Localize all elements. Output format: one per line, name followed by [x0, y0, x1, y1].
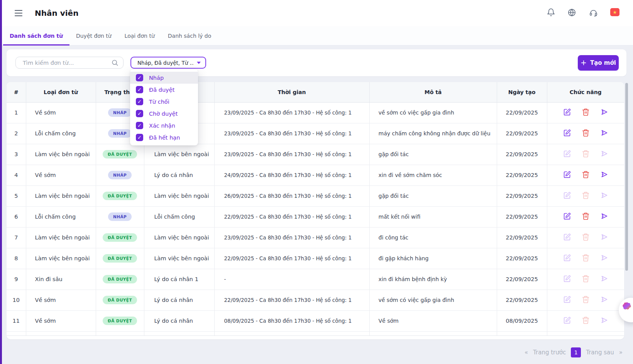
- request-type: Xin đi sâu: [26, 269, 96, 290]
- requests-table: #Loại đơn từTrạng tháiLý doThời gianMô t…: [7, 82, 624, 336]
- trash-icon[interactable]: [582, 108, 590, 116]
- request-actions: [547, 269, 624, 290]
- request-actions: [547, 165, 624, 185]
- row-number: 4: [7, 165, 26, 185]
- status-badge: NHÁP: [108, 171, 132, 179]
- request-time: 23/09/2025 - Ca 8h30 đến 17h30 - Hệ số c…: [214, 102, 369, 123]
- tab-1[interactable]: Duyệt đơn từ: [69, 26, 118, 45]
- status-badge: ĐÃ DUYỆT: [103, 275, 137, 283]
- empty-cell: [96, 331, 144, 336]
- filter-option-label: Đã hết hạn: [149, 135, 180, 141]
- language-flag[interactable]: ★: [610, 8, 619, 16]
- status-badge: ĐÃ DUYỆT: [103, 233, 137, 242]
- send-icon[interactable]: [600, 129, 608, 137]
- column-header: Ngày tạo: [497, 82, 547, 102]
- trash-icon: [582, 275, 590, 283]
- request-status: NHÁP: [96, 165, 144, 185]
- status-badge: ĐÃ DUYỆT: [103, 192, 137, 200]
- request-time: 08/09/2025 - Ca 8h30 đến 17h30 - Hệ số c…: [214, 310, 369, 331]
- tab-2[interactable]: Loại đơn từ: [118, 26, 161, 45]
- next-page-button[interactable]: Trang sau: [586, 349, 614, 356]
- edit-icon[interactable]: [563, 170, 571, 179]
- request-created-date: 22/09/2025: [497, 248, 547, 269]
- prev-page-arrow[interactable]: «: [525, 349, 528, 356]
- column-header: #: [7, 82, 26, 102]
- status-badge: NHÁP: [108, 212, 132, 221]
- send-icon: [600, 150, 608, 158]
- trash-icon: [582, 191, 590, 199]
- current-page-badge[interactable]: 1: [571, 347, 581, 357]
- request-created-date: 22/09/2025: [497, 290, 547, 310]
- request-created-date: 08/09/2025: [497, 310, 547, 331]
- table-row: 1Về sớmNHÁP23/09/2025 - Ca 8h30 đến 17h3…: [7, 102, 624, 123]
- request-status: ĐÃ DUYỆT: [96, 248, 144, 269]
- globe-icon[interactable]: [567, 8, 576, 17]
- sidebar-edge-strip: [0, 0, 2, 364]
- send-icon[interactable]: [600, 170, 608, 179]
- edit-icon: [563, 275, 571, 283]
- menu-icon[interactable]: [15, 10, 22, 16]
- edit-icon: [563, 150, 571, 158]
- send-icon[interactable]: [600, 212, 608, 220]
- filter-option-label: Đã duyệt: [149, 87, 174, 93]
- trash-icon: [582, 233, 590, 241]
- filter-option-2[interactable]: ✓Từ chối: [130, 96, 198, 108]
- filter-option-4[interactable]: ✓Xác nhận: [130, 120, 198, 131]
- status-badge: ĐÃ DUYỆT: [103, 317, 137, 325]
- edit-icon[interactable]: [563, 129, 571, 137]
- checkbox-checked-icon[interactable]: ✓: [136, 98, 143, 105]
- filter-option-3[interactable]: ✓Chờ duyệt: [130, 108, 198, 120]
- status-filter-select[interactable]: Nháp, Đã duyệt, Từ ...: [130, 57, 206, 69]
- request-description: đi gặp khách hàng: [369, 248, 497, 269]
- edit-icon: [563, 295, 571, 303]
- empty-cell: [144, 331, 214, 336]
- request-actions: [547, 206, 624, 227]
- checkbox-checked-icon[interactable]: ✓: [136, 122, 143, 129]
- checkbox-checked-icon[interactable]: ✓: [136, 134, 143, 141]
- table-viewport: #Loại đơn từTrạng tháiLý doThời gianMô t…: [7, 82, 624, 336]
- empty-cell: [497, 331, 547, 336]
- tab-0[interactable]: Danh sách đơn từ: [3, 26, 69, 45]
- request-status: ĐÃ DUYỆT: [96, 310, 144, 331]
- edit-icon: [563, 233, 571, 241]
- request-created-date: 22/09/2025: [497, 185, 547, 206]
- next-page-arrow[interactable]: »: [619, 349, 623, 356]
- request-created-date: 22/09/2025: [497, 206, 547, 227]
- bell-icon[interactable]: [547, 8, 555, 17]
- checkbox-checked-icon[interactable]: ✓: [136, 110, 143, 117]
- send-icon[interactable]: [600, 108, 608, 116]
- filter-option-5[interactable]: ✓Đã hết hạn: [130, 131, 198, 143]
- search-input[interactable]: [16, 60, 111, 66]
- request-time: 23/09/2025 - Ca 8h30 đến 17h30 - Hệ số c…: [214, 123, 369, 144]
- headset-icon[interactable]: [589, 8, 598, 17]
- prev-page-button[interactable]: Trang trước: [533, 349, 566, 356]
- request-time: 23/09/2025 - Ca 8h30 đến 17h30 - Hệ số c…: [214, 227, 369, 248]
- request-type: Về sớm: [26, 102, 96, 123]
- table-scrollbar[interactable]: [625, 83, 628, 271]
- trash-icon[interactable]: [582, 170, 590, 179]
- create-new-label: Tạo mới: [590, 59, 616, 66]
- checkbox-checked-icon[interactable]: ✓: [136, 74, 143, 81]
- create-new-button[interactable]: + Tạo mới: [578, 55, 619, 71]
- edit-icon[interactable]: [563, 212, 571, 220]
- trash-icon[interactable]: [582, 212, 590, 220]
- chevron-down-icon: [197, 62, 201, 64]
- request-description: xin đi về sớm chăm sóc: [369, 165, 497, 185]
- table-row: 9Xin đi sâuĐÃ DUYỆTLý do cá nhân 1-xin đ…: [7, 269, 624, 290]
- send-icon: [600, 191, 608, 199]
- request-description: Về sớm: [369, 310, 497, 331]
- filter-option-1[interactable]: ✓Đã duyệt: [130, 84, 198, 96]
- edit-icon[interactable]: [563, 108, 571, 116]
- tab-3[interactable]: Danh sách lý do: [161, 26, 218, 45]
- empty-cell: [547, 331, 624, 336]
- request-reason: Lý do cá nhân: [144, 310, 214, 331]
- table-row: 6Lỗi chấm côngNHÁPLỗi chấm công22/09/202…: [7, 206, 624, 227]
- search-box: [15, 57, 124, 69]
- filter-option-0[interactable]: ✓Nháp: [130, 72, 198, 84]
- request-created-date: 22/09/2025: [497, 144, 547, 165]
- empty-cell: [7, 331, 26, 336]
- checkbox-checked-icon[interactable]: ✓: [136, 86, 143, 93]
- trash-icon[interactable]: [582, 129, 590, 137]
- request-reason: Lý do cá nhân: [144, 165, 214, 185]
- request-reason: Làm việc bên ngoài: [144, 185, 214, 206]
